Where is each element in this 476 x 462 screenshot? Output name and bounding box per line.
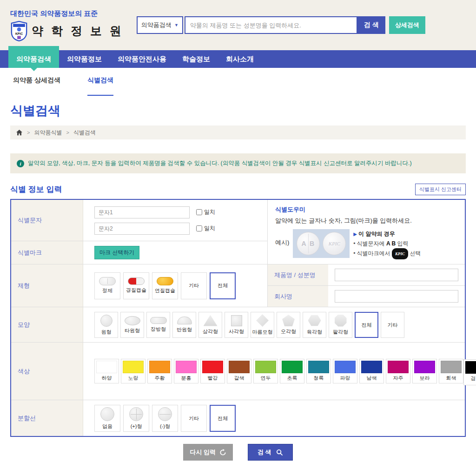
breadcrumb-item[interactable]: 식별검색 (73, 129, 96, 137)
shape-option[interactable]: 장방형 (146, 312, 170, 338)
char1-input[interactable] (94, 206, 190, 218)
score-line-option[interactable]: 전체 (210, 405, 236, 432)
shape-option-label: 삼각형 (203, 328, 218, 335)
global-search-button[interactable]: 검 색 (357, 16, 385, 34)
color-swatch (229, 361, 250, 373)
shape-option[interactable]: 원형 (94, 312, 118, 338)
subnav-item[interactable]: 식별검색 (87, 76, 113, 96)
row-dosage-form: 제형 정제 경질캡슐 (11, 264, 267, 307)
shape-option[interactable]: 팔각형 (329, 312, 352, 338)
color-swatch (308, 361, 329, 373)
row-shape: 모양 원형 타원형 장방형 (11, 307, 465, 342)
shape-option[interactable]: 마름모형 (251, 312, 274, 338)
row-label-color: 색상 (11, 343, 83, 400)
shape-option[interactable]: 오각형 (277, 312, 300, 338)
dosage-option[interactable]: 정제 (94, 272, 120, 299)
row-label-score: 분할선 (11, 400, 83, 436)
home-icon[interactable] (16, 129, 23, 136)
color-option-label: 청록 (314, 375, 324, 382)
square-icon (231, 315, 242, 326)
score-line-option-label: 없음 (102, 423, 112, 430)
dosage-option[interactable]: 기타 (181, 272, 207, 299)
search-category-select[interactable]: 의약품검색 ▼ (137, 16, 183, 34)
circle-icon (100, 315, 112, 327)
helper-description: 알약에 있는 글자나 숫자, 그림(마크)을 입력하세요. (275, 217, 457, 225)
subnav-item[interactable]: 의약품 상세검색 (13, 76, 60, 96)
identification-form: 식별문자 일치 일치 (10, 199, 466, 437)
score-line-option[interactable]: (-)형 (152, 405, 178, 432)
color-option-label: 빨강 (208, 375, 218, 382)
shape-option-label: 마름모형 (252, 329, 273, 336)
octagon-icon (335, 315, 347, 327)
semicircle-icon (177, 317, 192, 324)
info-notice-text: 알약의 모양, 색상, 마크, 문자 등을 입력하여 제품명을 검색할 수 있습… (28, 159, 412, 167)
char2-match-checkbox[interactable] (196, 225, 202, 231)
nav-item[interactable]: 의약품정보 (59, 50, 110, 68)
nav-item[interactable]: 회사소개 (218, 50, 262, 68)
capsule-hard-icon (128, 277, 145, 285)
dosage-option-label: 정제 (102, 287, 112, 294)
company-name-input[interactable] (335, 290, 458, 303)
color-option[interactable]: 연두 (253, 359, 278, 383)
char1-match-checkbox[interactable] (196, 209, 202, 215)
page-title: 식별검색 (10, 102, 466, 119)
global-search-input[interactable] (185, 16, 357, 34)
color-option[interactable]: 회색 (439, 359, 463, 383)
search-category-value: 의약품검색 (141, 21, 172, 29)
shape-option[interactable]: 기타 (381, 312, 404, 338)
shape-option[interactable]: 타원형 (120, 312, 144, 338)
shape-option-label: 기타 (388, 322, 398, 329)
dosage-option[interactable]: 연질캡슐 (152, 272, 178, 299)
color-option[interactable]: 주황 (147, 359, 172, 383)
shape-option[interactable]: 육각형 (303, 312, 326, 338)
color-option[interactable]: 자주 (386, 359, 410, 383)
main-nav: 의약품검색 의약품정보 의약품안전사용 학술정보 회사소개 (0, 50, 476, 68)
color-option[interactable]: 남색 (359, 359, 384, 383)
color-option[interactable]: 하양 (94, 359, 119, 383)
breadcrumb-item[interactable]: 의약품식별 (34, 129, 62, 137)
color-option-label: 검정 (471, 375, 476, 382)
shape-option[interactable]: 삼각형 (198, 312, 222, 338)
select-mark-button[interactable]: 마크 선택하기 (94, 246, 139, 259)
color-option[interactable]: 분홍 (174, 359, 198, 383)
brand-logo[interactable]: KPIC 약 학 정 보 원 (10, 21, 124, 41)
product-name-input[interactable] (335, 269, 458, 281)
color-option-label: 회색 (446, 375, 456, 382)
score-line-option-label: 기타 (189, 415, 199, 422)
nav-item[interactable]: 학술정보 (174, 50, 218, 68)
score-line-option[interactable]: 없음 (94, 405, 120, 432)
global-search-bar: 의약품검색 ▼ 검 색 상세검색 (137, 16, 425, 34)
score-line-option[interactable]: (+)형 (123, 405, 149, 432)
color-swatch (361, 361, 382, 373)
shape-option[interactable]: 전체 (355, 312, 378, 338)
nav-item[interactable]: 의약품안전사용 (110, 50, 174, 68)
advanced-search-button[interactable]: 상세검색 (389, 16, 425, 34)
color-option[interactable]: 검정 (463, 359, 476, 385)
shape-option[interactable]: 사각형 (225, 312, 248, 338)
report-center-button[interactable]: 식별표시 신고센터 (415, 184, 466, 195)
color-option[interactable]: 보라 (412, 359, 437, 383)
dosage-option-label: 전체 (218, 282, 228, 289)
color-option[interactable]: 파랑 (333, 359, 357, 383)
color-option[interactable]: 청록 (306, 359, 331, 383)
char2-match: 일치 (196, 224, 215, 232)
score-plus-icon (129, 407, 143, 421)
form-actions: 다시 입력 검 색 (0, 444, 476, 461)
char-inputs: 일치 일치 (83, 200, 267, 241)
color-option-label: 보라 (420, 375, 430, 382)
score-line-option[interactable]: 기타 (181, 405, 207, 432)
char2-input[interactable] (94, 223, 190, 235)
search-button[interactable]: 검 색 (248, 444, 293, 461)
color-option[interactable]: 갈색 (227, 359, 251, 383)
dosage-option[interactable]: 경질캡슐 (123, 272, 149, 299)
dosage-option[interactable]: 전체 (210, 272, 236, 299)
nav-item[interactable]: 의약품검색 (8, 46, 59, 68)
color-option[interactable]: 초록 (280, 359, 304, 383)
row-label-char: 식별문자 (11, 200, 83, 241)
reset-button[interactable]: 다시 입력 (183, 444, 233, 461)
color-option[interactable]: 노랑 (121, 359, 145, 383)
char1-match: 일치 (196, 208, 215, 216)
shape-option[interactable]: 반원형 (172, 312, 196, 338)
nav-item-label: 의약품검색 (16, 55, 51, 63)
color-option[interactable]: 빨강 (200, 359, 225, 383)
